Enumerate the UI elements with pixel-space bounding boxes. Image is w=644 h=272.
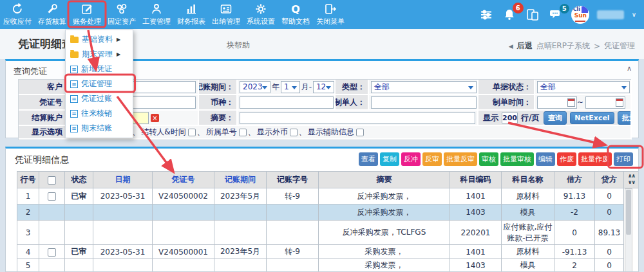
- nav-item-settings[interactable]: 系统设置: [243, 0, 278, 29]
- option-checkbox[interactable]: [239, 129, 247, 136]
- recycle-icon: [11, 3, 24, 15]
- netexcel-button[interactable]: NetExcel: [570, 112, 614, 124]
- year-select[interactable]: 2023: [240, 81, 270, 93]
- cell-status: [65, 221, 93, 245]
- cell-date[interactable]: 2023-05-31: [93, 245, 153, 259]
- cell-period: 2023年5月: [214, 188, 267, 204]
- row-checkbox[interactable]: [48, 248, 56, 257]
- menu-item-voucher-management[interactable]: 凭证管理: [66, 77, 133, 91]
- copy-button[interactable]: 复制: [380, 152, 399, 166]
- calendar-icon[interactable]: [567, 98, 575, 107]
- void-button[interactable]: 作废: [557, 152, 576, 166]
- back-arrow-icon: ◀: [509, 43, 513, 50]
- nav-item-accounting[interactable]: 账务处理: [70, 0, 104, 29]
- scrollbar-thumb[interactable]: [626, 190, 631, 235]
- menu-item-voucher-posting[interactable]: 凭证过账: [66, 91, 133, 106]
- cell-period: [214, 259, 267, 272]
- batch-audit-button[interactable]: 批量审核: [500, 152, 534, 166]
- batch-void-button[interactable]: 批量作废: [578, 152, 612, 166]
- nav-item-payroll[interactable]: 工资管理: [139, 0, 174, 29]
- sliders-icon[interactable]: [478, 7, 494, 23]
- currency-label: 币种：: [199, 95, 238, 111]
- nav-item-close-menu[interactable]: 关闭菜单: [313, 0, 348, 29]
- help-icon: Q: [289, 3, 302, 15]
- cell-voucher-link[interactable]: V240500001: [153, 245, 214, 259]
- select-all-checkbox[interactable]: [48, 176, 56, 185]
- query-button[interactable]: 查询: [544, 111, 567, 125]
- vertical-scrollbar[interactable]: [625, 188, 632, 272]
- batch-print-button[interactable]: 批量打印: [618, 111, 632, 125]
- reverse-button[interactable]: 反冲: [401, 152, 421, 166]
- back-button[interactable]: 后退: [517, 41, 533, 51]
- cell-debit: 0: [554, 221, 595, 245]
- chevron-down-icon[interactable]: ∨: [632, 11, 636, 18]
- nav-item-receivables[interactable]: 应收应付: [0, 0, 35, 29]
- cell-subject-name: 模具: [502, 204, 554, 221]
- row-checkbox[interactable]: [48, 192, 56, 201]
- menu-item-period-end[interactable]: 期末管理 ▶: [66, 47, 133, 62]
- header-voucher-no[interactable]: 凭证号: [153, 172, 214, 188]
- nav-label: 工资管理: [142, 17, 171, 26]
- option-checkbox[interactable]: [290, 129, 298, 136]
- menu-item-period-closing[interactable]: 期末结账: [66, 121, 133, 136]
- chat-icon[interactable]: 5: [548, 7, 564, 23]
- cell-summary: 反冲采购发票，: [319, 204, 450, 221]
- month-to-select[interactable]: 12: [313, 81, 334, 93]
- option-checkbox[interactable]: [356, 129, 364, 136]
- query-panel-title: 查询凭证: [14, 66, 47, 77]
- cell-word-no: [267, 204, 319, 221]
- menu-item-current-writeoff[interactable]: 往来核销: [66, 106, 133, 121]
- cell-debit: -2: [554, 204, 595, 221]
- header-subject-name: 科目名称: [502, 172, 554, 188]
- cell-debit: -91.13: [554, 245, 595, 259]
- nav-item-inventory[interactable]: 存货核算: [35, 0, 70, 29]
- cell-line-no: 3: [17, 221, 39, 245]
- cell-checkbox: [39, 204, 65, 221]
- summary-input[interactable]: [240, 112, 475, 124]
- cell-date[interactable]: 2023-05-31: [93, 188, 153, 204]
- breadcrumb-root[interactable]: 点晴ERP子系统: [536, 41, 590, 51]
- type-label: 类型：: [336, 80, 369, 95]
- cell-subject-name: 原材料: [502, 245, 554, 259]
- devices-icon[interactable]: [525, 7, 540, 23]
- header-subject-code: 科目编码: [450, 172, 502, 188]
- chat-badge: 5: [560, 4, 569, 14]
- module-help-link[interactable]: 块帮助: [227, 40, 250, 51]
- collapse-icon[interactable]: ∧: [627, 64, 632, 73]
- menu-item-new-voucher[interactable]: 新增凭证: [66, 62, 133, 77]
- username-redacted[interactable]: [597, 10, 624, 19]
- clear-x-icon[interactable]: ×: [151, 114, 159, 122]
- header-date[interactable]: 日期: [93, 172, 153, 188]
- batch-unaudit-button[interactable]: 批量反审: [444, 152, 477, 166]
- print-button[interactable]: 打印: [614, 152, 633, 166]
- unaudit-button[interactable]: 反审: [422, 152, 442, 166]
- doc-status-select[interactable]: 全部: [537, 81, 630, 93]
- month-from-select[interactable]: 1: [281, 81, 300, 93]
- header-period[interactable]: 记账期间: [214, 172, 267, 188]
- option-checkbox[interactable]: [188, 129, 196, 136]
- calendar-icon[interactable]: [616, 98, 623, 107]
- nav-label: 关闭菜单: [316, 17, 345, 26]
- audit-button[interactable]: 审核: [479, 152, 498, 166]
- option-separator: 、: [299, 127, 307, 138]
- person-icon: [150, 3, 163, 15]
- nav-item-reports[interactable]: 财务报表: [174, 0, 209, 29]
- document-icon: [70, 66, 78, 73]
- nav-item-cashier[interactable]: 出纳管理: [209, 0, 243, 29]
- table-row-selected: 2 反冲采购发票， 1403 模具 -2 0: [17, 204, 624, 221]
- page-rows-input[interactable]: 200: [502, 113, 518, 123]
- menu-item-basic-data[interactable]: 基础资料 ▶: [66, 32, 133, 47]
- maker-input[interactable]: [371, 96, 477, 109]
- bell-icon[interactable]: 6: [502, 7, 517, 23]
- edit-button[interactable]: 编辑: [536, 152, 555, 166]
- column-control[interactable]: ∧∧∨∨: [623, 171, 639, 188]
- clipsun-logo[interactable]: Cli Sun: [571, 6, 589, 24]
- document-icon: [70, 110, 78, 118]
- view-button[interactable]: 查看: [359, 152, 378, 166]
- circles-icon: [115, 3, 128, 15]
- cell-voucher-link[interactable]: V240500002: [153, 188, 214, 204]
- nav-item-fixed-assets[interactable]: 固定资产: [104, 0, 139, 29]
- type-select[interactable]: 全部: [371, 81, 477, 93]
- currency-input[interactable]: [240, 96, 334, 109]
- nav-item-help[interactable]: Q 帮助文档: [278, 0, 313, 29]
